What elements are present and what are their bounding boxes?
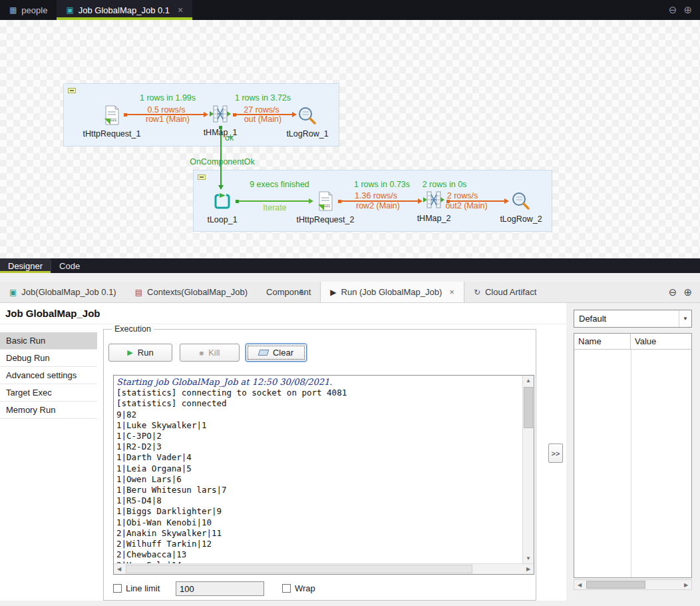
component-label: tHttpRequest_2: [289, 215, 362, 224]
flow-name-label[interactable]: out2 (Main): [445, 201, 487, 210]
flow-name-label[interactable]: out (Main): [244, 115, 281, 124]
close-icon[interactable]: ×: [449, 287, 454, 297]
tab-cloud-artifact-view[interactable]: ↻ Cloud Artifact: [464, 282, 546, 302]
column-header-name[interactable]: Name: [574, 334, 631, 349]
subjob-collapse-handle[interactable]: [68, 88, 76, 93]
sidebar-item-basic-run[interactable]: Basic Run: [0, 332, 97, 350]
console-line: 9|82: [116, 410, 520, 420]
scroll-right-icon[interactable]: ▶: [681, 582, 691, 588]
tab-contexts-view[interactable]: ▤ Contexts(GlobalMap_Job): [126, 282, 257, 302]
sidebar-item-memory-run[interactable]: Memory Run: [0, 402, 97, 419]
expand-console-button[interactable]: >>: [548, 444, 563, 463]
scroll-down-icon[interactable]: ▼: [523, 553, 534, 563]
clear-button[interactable]: Clear: [246, 344, 307, 362]
tab-component-view[interactable]: ↻ Component: [257, 282, 320, 302]
job-designer-canvas[interactable]: 2021 tHttpRequest_1 tHMap_1: [0, 20, 700, 258]
component-thttprequest-1[interactable]: 2021 tHttpRequest_1: [75, 104, 148, 139]
editor-tab-job-globalmap[interactable]: ▣ Job GlobalMap_Job 0.1 ×: [57, 0, 192, 20]
maximize-icon[interactable]: ⊕: [683, 286, 692, 298]
console-line: Starting job GlobalMap_Job at 12:50 30/0…: [116, 377, 520, 388]
vertical-scrollbar[interactable]: ▲ ▼: [522, 376, 534, 563]
scrollbar-track[interactable]: [585, 580, 681, 589]
subjob-collapse-handle[interactable]: [198, 174, 206, 180]
scroll-right-icon[interactable]: ▶: [523, 566, 534, 572]
scroll-left-icon[interactable]: ◀: [574, 582, 585, 588]
scroll-up-icon[interactable]: ▲: [523, 376, 534, 386]
component-tloop-1[interactable]: tLoop_1: [186, 190, 259, 224]
context-dropdown-value: Default: [574, 314, 679, 324]
tab-job-view[interactable]: ▣ Job(GlobalMap_Job 0.1): [0, 282, 126, 302]
scrollbar-thumb[interactable]: [586, 581, 645, 589]
line-limit-checkbox[interactable]: [113, 584, 122, 593]
scrollbar-track[interactable]: [124, 564, 523, 574]
sidebar-item-debug-run[interactable]: Debug Run: [0, 350, 97, 367]
eraser-icon: [258, 350, 269, 356]
console-line: 1|Darth Vader|4: [116, 452, 520, 463]
wrap-label: Wrap: [295, 583, 315, 593]
view-tab-bar: ▣ Job(GlobalMap_Job 0.1) ▤ Contexts(Glob…: [0, 282, 700, 303]
flow-name-label[interactable]: row2 (Main): [356, 201, 400, 210]
trigger-short-label[interactable]: ok: [225, 133, 234, 143]
component-tlogrow-2[interactable]: tLogRow_2: [484, 190, 558, 224]
horizontal-scrollbar[interactable]: ◀ ▶: [114, 563, 534, 574]
console-line: [statistics] connecting to socket on por…: [116, 388, 520, 398]
maximize-icon[interactable]: ⊕: [683, 4, 692, 16]
tab-label: Run (Job GlobalMap_Job): [341, 287, 442, 297]
scroll-left-icon[interactable]: ◀: [114, 566, 124, 572]
console-line: 1|Owen Lars|6: [116, 474, 520, 485]
console-line: 1|R2-D2|3: [116, 442, 520, 452]
tloop-icon: [211, 190, 234, 212]
component-thttprequest-2[interactable]: 2021 tHttpRequest_2: [289, 190, 362, 224]
tab-label: Job(GlobalMap_Job 0.1): [21, 287, 116, 297]
minimize-icon[interactable]: ⊖: [669, 4, 677, 16]
run-button[interactable]: ▶ Run: [108, 344, 172, 362]
line-limit-input[interactable]: [176, 581, 264, 596]
console-line: 1|R5-D4|8: [116, 495, 520, 506]
flow-stats-label: 2 rows in 0s: [423, 180, 467, 189]
scrollbar-thumb[interactable]: [126, 565, 472, 573]
cloud-artifact-icon: ↻: [474, 288, 480, 297]
console-line: 1|Biggs Darklighter|9: [116, 506, 520, 517]
component-label: tHttpRequest_1: [75, 129, 148, 139]
play-icon: ▶: [127, 348, 132, 357]
wrap-checkbox[interactable]: [282, 584, 291, 593]
close-icon[interactable]: ×: [178, 5, 183, 15]
tab-label: Cloud Artifact: [485, 287, 536, 297]
panel-gap: [0, 273, 700, 282]
scrollbar-thumb[interactable]: [524, 387, 533, 428]
run-panel-area: Job GlobalMap_Job Basic Run Debug Run Ad…: [0, 303, 700, 606]
sidebar-item-target-exec[interactable]: Target Exec: [0, 384, 97, 402]
editor-tab-people[interactable]: ▦ people: [0, 0, 57, 20]
component-tlogrow-1[interactable]: tLogRow_1: [271, 105, 344, 139]
execution-group: Execution ▶ Run ■ Kill Clear Starting jo…: [103, 329, 536, 601]
component-label: tHMap_1: [184, 128, 257, 137]
clear-button-label: Clear: [273, 348, 293, 358]
line-limit-label: Line limit: [126, 583, 160, 593]
column-header-value[interactable]: Value: [631, 334, 660, 349]
flow-name-label[interactable]: Iterate: [263, 203, 286, 212]
console-line: 1|Luke Skywalker|1: [116, 420, 520, 431]
execution-console[interactable]: Starting job GlobalMap_Job at 12:50 30/0…: [113, 375, 534, 575]
column-divider: [631, 350, 631, 577]
tlogrow-icon: [297, 105, 318, 127]
sidebar-item-advanced-settings[interactable]: Advanced settings: [0, 367, 97, 384]
component-icon: ↻: [266, 288, 339, 297]
minimize-icon[interactable]: ⊖: [669, 286, 677, 298]
chevron-down-icon[interactable]: ▼: [679, 310, 691, 327]
console-output[interactable]: Starting job GlobalMap_Job at 12:50 30/0…: [114, 376, 522, 563]
tab-run-view[interactable]: ▶ Run (Job GlobalMap_Job) ×: [320, 282, 464, 302]
kill-button[interactable]: ■ Kill: [180, 344, 240, 362]
tab-designer[interactable]: Designer: [0, 258, 51, 273]
arrow-down-icon: [218, 185, 224, 190]
component-label: tLogRow_2: [484, 214, 558, 224]
trigger-label[interactable]: OnComponentOk: [190, 157, 254, 166]
tab-code-label: Code: [59, 261, 80, 271]
view-controls: ⊖ ⊕: [669, 282, 700, 302]
console-line: 1|Beru Whitesun lars|7: [116, 485, 520, 495]
tab-code[interactable]: Code: [51, 258, 88, 273]
horizontal-scrollbar[interactable]: ◀ ▶: [574, 579, 692, 590]
table-icon: ▦: [9, 5, 17, 15]
tlogrow-icon: [510, 190, 532, 212]
flow-name-label[interactable]: row1 (Main): [146, 115, 190, 124]
context-dropdown[interactable]: Default ▼: [574, 310, 692, 328]
